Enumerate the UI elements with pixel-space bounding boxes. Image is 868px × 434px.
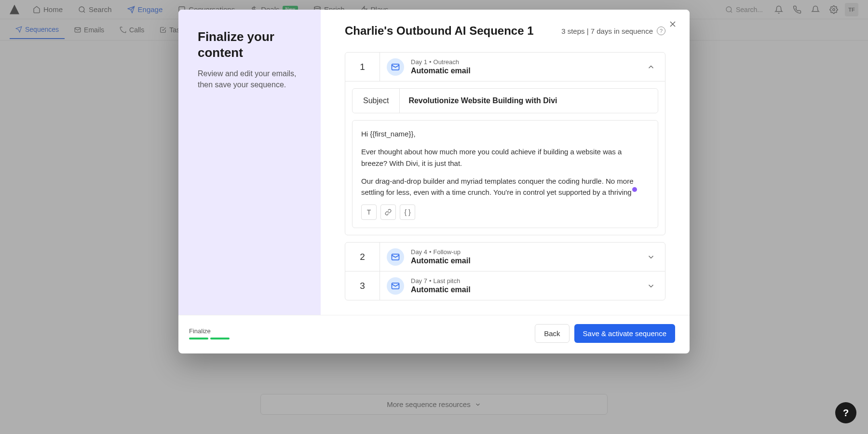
back-button[interactable]: Back xyxy=(535,324,569,343)
close-icon xyxy=(668,19,678,29)
modal-right-panel: Charlie's Outbound AI Sequence 1 3 steps… xyxy=(321,10,690,315)
chevron-down-icon[interactable] xyxy=(637,253,665,261)
editor-toolbar: T { } xyxy=(361,204,649,220)
sequence-title: Charlie's Outbound AI Sequence 1 xyxy=(345,24,534,38)
sequence-meta: 3 steps | 7 days in sequence ? xyxy=(561,27,665,35)
email-body-editor[interactable]: Hi {{first_name}}, Ever thought about ho… xyxy=(352,120,658,228)
modal-footer: Finalize Back Save & activate sequence xyxy=(178,315,690,353)
step-header-2[interactable]: 2 Day 4•Follow-up Automatic email xyxy=(345,243,665,271)
modal-left-panel: Finalize your content Review and edit yo… xyxy=(178,10,321,315)
mail-icon xyxy=(387,277,404,295)
mail-icon xyxy=(387,58,404,76)
step-group-collapsed: 2 Day 4•Follow-up Automatic email xyxy=(345,242,665,300)
subject-input[interactable]: Subject Revolutionize Website Building w… xyxy=(352,88,658,113)
modal-left-desc: Review and edit your emails, then save y… xyxy=(198,68,306,90)
chevron-down-icon[interactable] xyxy=(637,282,665,290)
link-button[interactable] xyxy=(380,204,396,220)
modal-left-title: Finalize your content xyxy=(198,29,306,60)
mail-icon xyxy=(387,248,404,266)
close-button[interactable] xyxy=(668,19,678,29)
footer-step-label: Finalize xyxy=(189,327,230,335)
help-icon[interactable]: ? xyxy=(657,27,665,35)
modal-overlay: Finalize your content Review and edit yo… xyxy=(0,0,868,434)
step-header-1[interactable]: 1 Day 1•Outreach Automatic email xyxy=(345,53,665,81)
help-fab[interactable]: ? xyxy=(835,402,856,423)
step-card-1: 1 Day 1•Outreach Automatic email xyxy=(345,52,665,235)
progress-bar xyxy=(189,338,230,339)
step-header-3[interactable]: 3 Day 7•Last pitch Automatic email xyxy=(345,271,665,300)
step-meta: Day 1•Outreach xyxy=(411,58,630,66)
save-activate-button[interactable]: Save & activate sequence xyxy=(574,324,675,343)
chevron-up-icon[interactable] xyxy=(637,63,665,71)
variable-button[interactable]: { } xyxy=(400,204,415,220)
annotation-marker[interactable] xyxy=(632,187,637,192)
finalize-modal: Finalize your content Review and edit yo… xyxy=(178,10,690,353)
text-format-button[interactable]: T xyxy=(361,204,377,220)
link-icon xyxy=(385,209,392,216)
step-type: Automatic email xyxy=(411,67,630,75)
